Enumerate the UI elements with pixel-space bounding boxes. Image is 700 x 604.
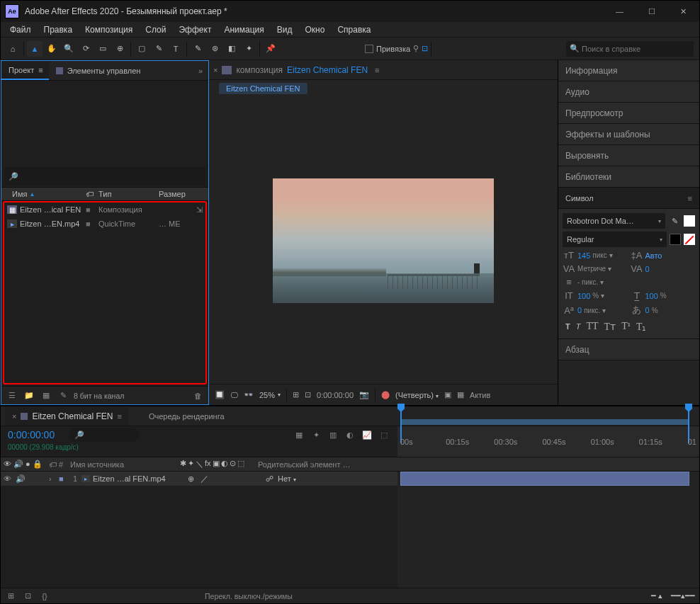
layer-duration-bar[interactable] — [400, 472, 689, 486]
pickwhip-icon[interactable]: ☍ — [266, 474, 273, 484]
switch-icon[interactable]: ＼ — [196, 459, 203, 469]
menu-effect[interactable]: Эффект — [172, 23, 218, 37]
panel-align[interactable]: Выровнять — [558, 145, 699, 166]
source-name-col[interactable]: Имя источника — [68, 460, 178, 469]
graph-icon[interactable]: 📈 — [361, 431, 373, 440]
layer-label-swatch[interactable]: ■ — [57, 474, 65, 483]
switch-icon[interactable]: fx — [205, 459, 211, 469]
eraser-tool-icon[interactable]: ◧ — [224, 41, 239, 57]
panel-menu-icon[interactable]: ≡ — [117, 412, 121, 421]
timeline-search[interactable]: 🔎 — [69, 428, 140, 442]
frame-blend-icon[interactable]: ▥ — [327, 431, 339, 440]
pen-tool-icon[interactable]: ✎ — [151, 41, 166, 57]
smallcaps-icon[interactable]: Tᴛ — [604, 321, 616, 333]
stroke-swatch[interactable] — [670, 234, 681, 245]
channel-icon[interactable]: ⬤ — [381, 390, 390, 399]
eyedropper-icon[interactable]: ✎ — [668, 215, 681, 227]
toggle-inout-icon[interactable]: {} — [39, 592, 50, 600]
snapshot-icon[interactable]: 📷 — [359, 390, 369, 399]
vscale-value[interactable]: 100 — [577, 292, 590, 300]
menu-window[interactable]: Окно — [298, 23, 331, 37]
selection-tool-icon[interactable]: ▲ — [27, 41, 43, 57]
timeline-timecode[interactable]: 0:00:00:00 — [8, 429, 55, 440]
close-tab-icon[interactable]: × — [12, 412, 16, 421]
layer-switch-icon[interactable]: ／ — [201, 474, 208, 483]
lock-col-icon[interactable]: 🔒 — [33, 460, 43, 469]
tag-swatch[interactable]: ■ — [86, 220, 98, 228]
parent-col[interactable]: Родительский элемент … — [256, 460, 397, 469]
timeline-tab[interactable]: × Eitzen Chemical FEN ≡ — [5, 407, 129, 426]
panel-menu-icon[interactable]: ≡ — [375, 66, 379, 74]
allcaps-icon[interactable]: TT — [586, 321, 598, 333]
col-size[interactable]: Размер — [156, 190, 208, 198]
clone-tool-icon[interactable]: ⊛ — [207, 41, 222, 57]
font-family-dropdown[interactable]: Robotron Dot Ma…▾ — [563, 213, 665, 229]
rect-tool-icon[interactable]: ▢ — [134, 41, 149, 57]
resolution-dropdown[interactable]: (Четверть) ▾ — [395, 391, 439, 399]
audio-toggle-icon[interactable]: 🔊 — [16, 474, 26, 484]
menu-edit[interactable]: Правка — [38, 23, 79, 37]
project-row[interactable]: ▸ Eitzen …EN.mp4 ■ QuickTime … ME — [4, 217, 205, 231]
comp-mini-icon[interactable]: ▦ — [293, 431, 305, 440]
zoom-out-icon[interactable]: ━ ▴ — [651, 591, 662, 600]
timeline-layer-row[interactable]: 👁 🔊 › ■ 1 ▸ Eitzen …al FEN.mp4 ⊕ ／ — [1, 472, 397, 486]
kerning-value[interactable]: Метриче ▾ — [577, 265, 611, 273]
current-time[interactable]: 0:00:00:00 — [317, 391, 354, 399]
toggle-switches-icon[interactable]: ⊞ — [5, 591, 16, 600]
roto-tool-icon[interactable]: ✦ — [241, 41, 256, 57]
switch-icon[interactable]: ◐ — [221, 459, 228, 469]
menu-view[interactable]: Вид — [271, 23, 299, 37]
magnify-icon[interactable]: 🔲 — [215, 390, 225, 399]
italic-icon[interactable]: T — [576, 321, 581, 333]
parent-dropdown[interactable]: Нет ▾ — [278, 474, 296, 483]
hscale-value[interactable]: 100 — [645, 292, 658, 300]
snap-checkbox[interactable] — [365, 45, 373, 53]
trash-icon[interactable]: 🗑 — [191, 389, 204, 402]
comp-flow-icon[interactable]: ⇲ — [196, 205, 203, 215]
panel-libraries[interactable]: Библиотеки — [558, 166, 699, 188]
new-comp-icon[interactable]: ▦ — [40, 389, 52, 402]
menu-animation[interactable]: Анимация — [218, 23, 270, 37]
tracking-value[interactable]: 0 — [645, 265, 650, 273]
panel-effects[interactable]: Эффекты и шаблоны — [558, 124, 699, 145]
panel-paragraph[interactable]: Абзац — [558, 339, 699, 360]
display-icon[interactable]: 🖵 — [230, 391, 238, 399]
pan-behind-tool-icon[interactable]: ⊕ — [112, 41, 128, 57]
minimize-button[interactable]: ― — [604, 1, 636, 22]
baseline-value[interactable]: 0 — [577, 306, 582, 314]
col-tag-icon[interactable]: 🏷 — [83, 190, 96, 198]
menu-help[interactable]: Справка — [331, 23, 377, 37]
menu-composition[interactable]: Композиция — [79, 23, 139, 37]
hand-tool-icon[interactable]: ✋ — [44, 41, 60, 57]
shy-icon[interactable]: ✦ — [310, 431, 322, 440]
switch-icon[interactable]: ▣ — [213, 459, 220, 469]
fill-swatch[interactable] — [684, 215, 695, 227]
camera-tool-icon[interactable]: ▭ — [95, 41, 111, 57]
draft3d-icon[interactable]: ⬚ — [378, 431, 390, 440]
puppet-tool-icon[interactable]: 📌 — [263, 41, 278, 57]
visibility-toggle-icon[interactable]: 👁 — [4, 474, 13, 484]
adjust-icon[interactable]: ✎ — [57, 389, 69, 402]
brush-tool-icon[interactable]: ✎ — [190, 41, 205, 57]
twirl-icon[interactable]: › — [47, 474, 57, 483]
switch-icon[interactable]: ⬚ — [237, 459, 244, 469]
type-tool-icon[interactable]: T — [168, 41, 184, 57]
panel-audio[interactable]: Аудио — [558, 81, 699, 103]
close-button[interactable]: ✕ — [667, 1, 699, 22]
orbit-tool-icon[interactable]: ⟳ — [78, 41, 94, 57]
snap-bounds-icon[interactable]: ⊡ — [422, 44, 428, 53]
zoom-tool-icon[interactable]: 🔍 — [61, 41, 77, 57]
maximize-button[interactable]: ☐ — [636, 1, 667, 22]
no-fill-swatch[interactable] — [684, 234, 695, 245]
label-col-icon[interactable]: 🏷 # — [47, 460, 68, 469]
tabs-overflow-icon[interactable]: » — [193, 64, 208, 78]
tab-project[interactable]: Проект ≡ — [1, 62, 49, 80]
mask-icon[interactable]: 👓 — [244, 390, 254, 399]
eye-col-icon[interactable]: 👁 — [4, 460, 11, 469]
interpret-footage-icon[interactable]: ☰ — [6, 389, 18, 402]
transparency-icon[interactable]: ▦ — [457, 390, 464, 399]
viewer-canvas[interactable] — [209, 97, 558, 384]
guides-icon[interactable]: ⊡ — [305, 390, 311, 399]
solo-col-icon[interactable]: ● — [26, 460, 30, 469]
new-folder-icon[interactable]: 📁 — [23, 389, 35, 402]
